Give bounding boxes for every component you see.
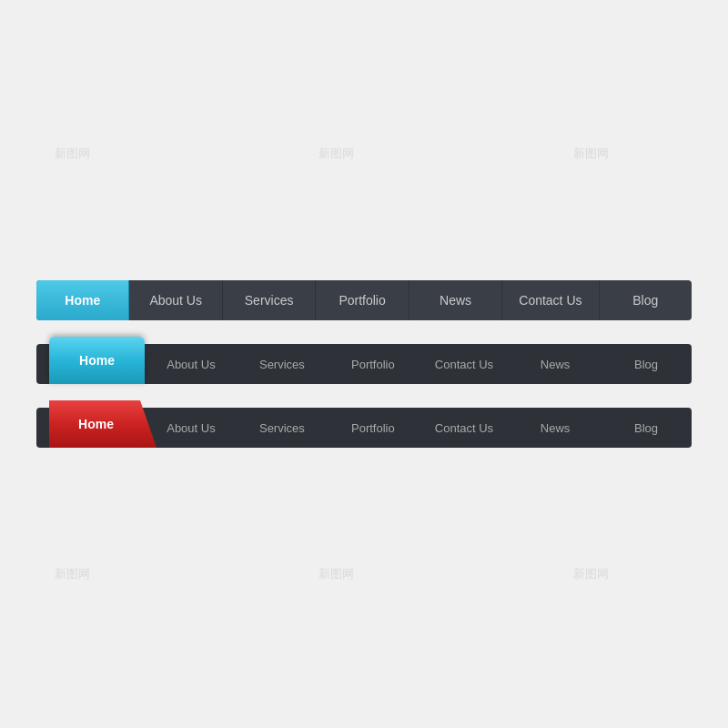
nav1-blog[interactable]: Blog — [600, 280, 692, 320]
nav3-news[interactable]: News — [510, 408, 601, 448]
nav1-about[interactable]: About Us — [129, 280, 222, 320]
nav3-home-tab[interactable]: Home — [49, 400, 157, 448]
nav2-news[interactable]: News — [510, 344, 601, 384]
nav2-home-tab[interactable]: Home — [49, 337, 145, 384]
nav2-portfolio[interactable]: Portfolio — [328, 344, 419, 384]
watermark-4: 新图网 — [55, 566, 90, 582]
nav3-portfolio[interactable]: Portfolio — [328, 408, 419, 448]
navbars-container: Home About Us Services Portfolio News Co… — [36, 280, 692, 448]
nav1-news[interactable]: News — [410, 280, 502, 320]
nav1-services[interactable]: Services — [223, 280, 316, 320]
nav2-about[interactable]: About Us — [146, 344, 237, 384]
nav1-portfolio[interactable]: Portfolio — [316, 280, 409, 320]
watermark-6: 新图网 — [573, 566, 609, 582]
nav3-services[interactable]: Services — [237, 408, 328, 448]
navbar-blue-tab-wrapper: Home About Us Services Portfolio Contact… — [36, 337, 692, 384]
nav3-about[interactable]: About Us — [146, 408, 237, 448]
nav3-blog[interactable]: Blog — [601, 408, 692, 448]
watermark-1: 新图网 — [55, 146, 90, 162]
nav2-contact[interactable]: Contact Us — [419, 344, 510, 384]
watermark-5: 新图网 — [318, 566, 354, 582]
navbar-flat: Home About Us Services Portfolio News Co… — [36, 280, 692, 320]
watermark-2: 新图网 — [318, 146, 354, 162]
nav2-services[interactable]: Services — [237, 344, 328, 384]
nav2-blog[interactable]: Blog — [601, 344, 692, 384]
watermark-3: 新图网 — [573, 146, 609, 162]
nav1-home[interactable]: Home — [36, 280, 129, 320]
nav1-contact[interactable]: Contact Us — [502, 280, 599, 320]
navbar-red-tab-wrapper: Home About Us Services Portfolio Contact… — [36, 400, 692, 448]
nav3-contact[interactable]: Contact Us — [419, 408, 510, 448]
